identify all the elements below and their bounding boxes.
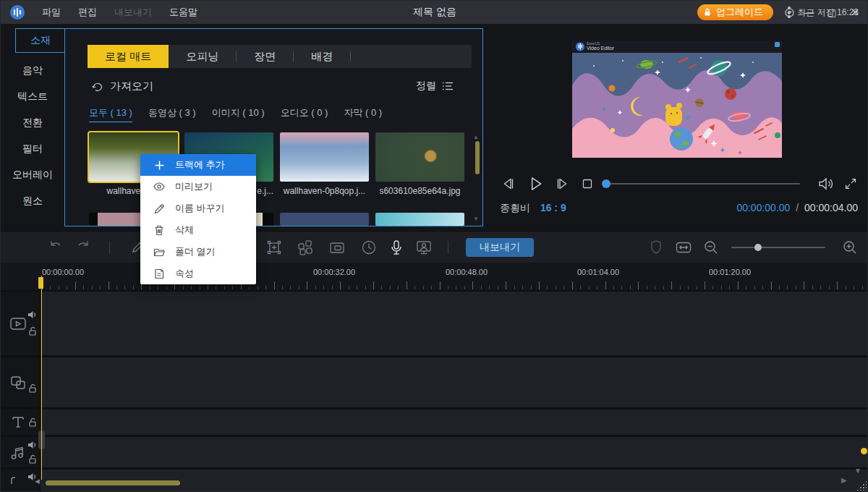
preview-player[interactable]: EaseUS Video Editor — [572, 41, 782, 158]
music-track[interactable] — [1, 437, 868, 467]
sidebar-item-overlay[interactable]: 오버레이 — [1, 169, 64, 182]
fullscreen-icon[interactable] — [843, 176, 859, 192]
zoom-in-icon[interactable] — [841, 238, 859, 257]
stop-button[interactable] — [579, 176, 595, 192]
mosaic-icon[interactable] — [296, 238, 315, 257]
timeline-zoom-slider[interactable] — [731, 247, 825, 248]
track-unlock-icon[interactable] — [28, 326, 37, 336]
titlebar: 파일 편집 내보내기 도움말 제목 없음 업그레이드 ••• — ▢ ✕ — [1, 1, 868, 24]
scroll-left-icon[interactable]: ◀ — [35, 478, 40, 485]
library-scrollbar[interactable] — [475, 141, 480, 174]
tab-background[interactable]: 배경 — [294, 45, 350, 68]
prev-frame-button[interactable] — [500, 175, 517, 192]
sidebar-item-element[interactable]: 원소 — [1, 195, 64, 208]
timeline-tracks — [1, 290, 868, 492]
menu-export[interactable]: 내보내기 — [114, 6, 152, 19]
app-window: 파일 편집 내보내기 도움말 제목 없음 업그레이드 ••• — ▢ ✕ 소재 … — [0, 0, 868, 492]
sidebar-item-material[interactable]: 소재 — [15, 28, 65, 53]
tab-label: 오피닝 — [186, 50, 218, 64]
text-track-icon — [11, 415, 25, 429]
context-item-label: 폴더 열기 — [175, 245, 216, 258]
scroll-down-icon[interactable]: ▼ — [854, 467, 861, 475]
thumbnail-s603610e85e64a[interactable] — [375, 132, 464, 182]
tab-scene[interactable]: 장면 — [237, 45, 293, 68]
context-item-open-folder[interactable]: 폴더 열기 — [140, 241, 256, 263]
fit-timeline-icon[interactable] — [674, 238, 693, 257]
filter-subtitle[interactable]: 자막 ( 0 ) — [344, 106, 382, 122]
seek-bar[interactable] — [603, 183, 800, 184]
next-frame-button[interactable] — [553, 175, 571, 192]
speed-clock-icon[interactable] — [359, 238, 378, 257]
track-volume-icon[interactable] — [27, 310, 37, 319]
marker-shield-icon[interactable] — [647, 238, 665, 257]
tab-local-matte[interactable]: 로컬 매트 — [88, 45, 169, 68]
track-unlock-icon[interactable] — [28, 454, 37, 464]
track-unlock-icon[interactable] — [28, 383, 37, 393]
text-track[interactable] — [1, 410, 868, 435]
zoom-slider-handle[interactable] — [754, 244, 762, 251]
context-item-properties[interactable]: 속성 — [140, 263, 256, 284]
thumbnail-row2-4[interactable] — [375, 213, 464, 226]
playhead-marker[interactable] — [38, 277, 43, 289]
export-label: 내보내기 — [480, 241, 520, 254]
menu-edit[interactable]: 편집 — [78, 6, 97, 19]
volume-icon[interactable] — [817, 175, 835, 192]
sidebar-item-label: 음악 — [22, 64, 43, 76]
scroll-down-icon[interactable]: ▼ — [473, 216, 479, 222]
track-volume-icon[interactable] — [27, 441, 37, 449]
timeline-hscrollbar[interactable] — [46, 480, 180, 485]
scroll-up-icon[interactable]: ▲ — [473, 134, 479, 140]
seek-handle[interactable] — [602, 179, 610, 188]
overlay-track[interactable] — [1, 357, 868, 407]
menu-file[interactable]: 파일 — [42, 6, 61, 19]
context-item-add-to-track[interactable]: 트랙에 추가 — [140, 154, 256, 176]
category-tabs: 로컬 매트 오피닝 장면 배경 — [88, 45, 472, 68]
import-button[interactable]: 가져오기 — [91, 80, 153, 93]
tab-label: 배경 — [311, 50, 333, 64]
context-item-delete[interactable]: 삭제 — [140, 219, 256, 241]
sidebar-item-filter[interactable]: 필터 — [1, 143, 64, 156]
export-button[interactable]: 내보내기 — [466, 238, 534, 257]
upgrade-button[interactable]: 업그레이드 — [697, 4, 773, 20]
sidebar-item-text[interactable]: 텍스트 — [1, 90, 64, 103]
scroll-right-icon[interactable]: ▶ — [841, 476, 847, 484]
filter-audio[interactable]: 오디오 ( 0 ) — [281, 106, 328, 122]
play-button[interactable] — [526, 174, 545, 193]
thumbnail-row2-3[interactable] — [280, 213, 369, 226]
context-item-label: 트랙에 추가 — [175, 158, 225, 171]
track-unlock-icon[interactable] — [28, 417, 37, 427]
tab-opening[interactable]: 오피닝 — [169, 45, 236, 68]
pip-icon[interactable] — [328, 238, 346, 257]
sort-control[interactable]: 정렬 — [416, 80, 454, 93]
plus-icon — [153, 159, 165, 171]
filter-all[interactable]: 모두 ( 13 ) — [89, 106, 132, 122]
redo-icon[interactable] — [75, 238, 92, 255]
sidebar-item-label: 원소 — [22, 195, 43, 206]
ruler-label: 00:01:04.00 — [577, 268, 619, 276]
sort-icon — [442, 81, 454, 91]
video-track[interactable] — [1, 292, 868, 355]
check-circle-icon — [785, 8, 794, 17]
undo-icon[interactable] — [47, 238, 64, 255]
context-item-preview[interactable]: 미리보기 — [140, 176, 256, 198]
microphone-icon[interactable] — [387, 238, 406, 257]
filter-image[interactable]: 이미지 ( 10 ) — [212, 106, 265, 122]
context-item-rename[interactable]: 이름 바꾸기 — [140, 198, 256, 219]
media-library-panel: 로컬 매트 오피닝 장면 배경 가져오기 정렬 모두 ( 13 — [64, 28, 483, 226]
playhead-line[interactable] — [41, 276, 42, 480]
screen-record-icon[interactable] — [414, 238, 433, 257]
import-label: 가져오기 — [110, 80, 153, 93]
timeline-vscrollbar[interactable] — [861, 448, 867, 454]
sidebar-item-label: 전환 — [22, 116, 43, 128]
timeline-ruler[interactable]: 00:00:00.00 00:00:32.00 00:00:48.00 00:0… — [1, 263, 868, 290]
zoom-out-icon[interactable] — [702, 238, 720, 257]
sidebar-item-label: 오버레이 — [12, 169, 53, 180]
context-item-label: 이름 바꾸기 — [175, 202, 225, 215]
menu-help[interactable]: 도움말 — [169, 6, 197, 19]
filter-video[interactable]: 동영상 ( 3 ) — [148, 106, 196, 122]
sidebar-item-music[interactable]: 음악 — [1, 64, 64, 77]
crop-transform-icon[interactable] — [265, 238, 284, 257]
thumbnail-wallhaven-0p8qop[interactable] — [280, 132, 369, 182]
sidebar-item-transition[interactable]: 전환 — [1, 116, 64, 130]
aspect-ratio-value[interactable]: 16 : 9 — [540, 202, 566, 213]
